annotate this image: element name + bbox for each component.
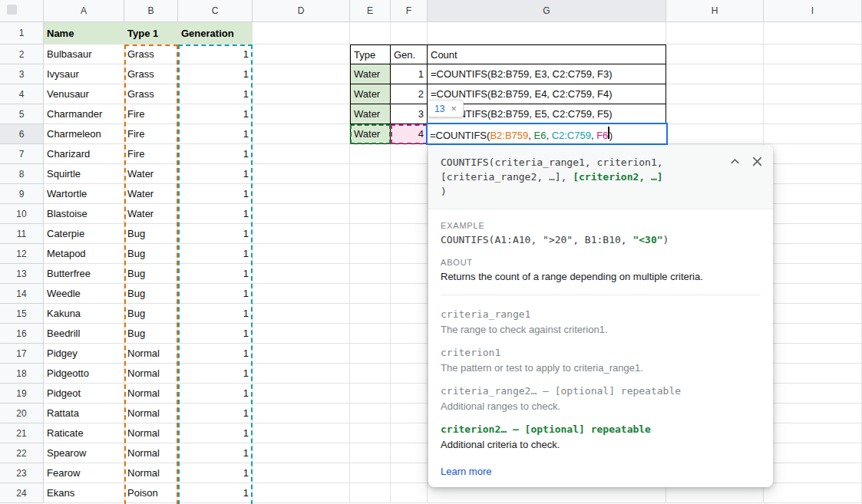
cell-C1[interactable]: Generation (178, 22, 253, 44)
cell-I7[interactable] (764, 144, 862, 164)
col-header-D[interactable]: D (253, 0, 350, 22)
cell-F13[interactable] (391, 264, 428, 284)
cell-E18[interactable] (350, 364, 391, 384)
cell-B16[interactable]: Bug (124, 324, 178, 344)
cell-C8[interactable]: 1 (178, 164, 253, 184)
row-header-1[interactable]: 1 (0, 22, 44, 44)
cell-I17[interactable] (764, 344, 862, 364)
row-header-16[interactable]: 16 (0, 324, 44, 344)
cell-A17[interactable]: Pidgey (44, 344, 124, 364)
cell-D7[interactable] (253, 144, 350, 164)
cell-E7[interactable] (350, 144, 391, 164)
cell-D12[interactable] (253, 244, 350, 264)
row-header-6[interactable]: 6 (0, 124, 44, 144)
cell-E16[interactable] (350, 324, 391, 344)
select-all-corner[interactable] (0, 0, 44, 22)
cell-I1[interactable] (764, 22, 862, 44)
row-header-13[interactable]: 13 (0, 264, 44, 284)
cell-B4[interactable]: Grass (124, 84, 178, 104)
cell-E12[interactable] (350, 244, 391, 264)
cell-A5[interactable]: Charmander (44, 104, 124, 124)
cell-H2[interactable] (666, 44, 764, 64)
cell-I8[interactable] (764, 164, 862, 184)
cell-E8[interactable] (350, 164, 391, 184)
cell-B19[interactable]: Normal (124, 384, 178, 404)
cell-I10[interactable] (764, 204, 862, 224)
cell-C22[interactable]: 1 (178, 443, 253, 463)
cell-A20[interactable]: Rattata (44, 404, 124, 423)
row-header-21[interactable]: 21 (0, 423, 44, 443)
cell-A24[interactable]: Ekans (44, 483, 124, 503)
cell-A15[interactable]: Kakuna (44, 304, 124, 324)
row-header-9[interactable]: 9 (0, 184, 44, 204)
cell-B20[interactable]: Normal (124, 404, 178, 423)
cell-H3[interactable] (666, 64, 764, 84)
cell-D23[interactable] (253, 463, 350, 483)
cell-D21[interactable] (253, 423, 350, 443)
cell-C18[interactable]: 1 (178, 364, 253, 384)
cell-I19[interactable] (764, 384, 862, 404)
cell-I13[interactable] (764, 264, 862, 284)
cell-E2[interactable]: Type (350, 44, 391, 64)
cell-A13[interactable]: Butterfree (44, 264, 124, 284)
close-icon[interactable] (751, 155, 764, 168)
cell-A3[interactable]: Ivysaur (44, 64, 124, 84)
cell-I9[interactable] (764, 184, 862, 204)
row-header-22[interactable]: 22 (0, 443, 44, 463)
cell-F10[interactable] (391, 204, 428, 224)
cell-H4[interactable] (666, 84, 764, 104)
cell-F3[interactable]: 1 (391, 64, 428, 84)
cell-F21[interactable] (391, 423, 428, 443)
cell-I11[interactable] (764, 224, 862, 244)
cell-I20[interactable] (764, 404, 862, 423)
col-header-E[interactable]: E (350, 0, 391, 22)
row-header-20[interactable]: 20 (0, 404, 44, 423)
row-header-3[interactable]: 3 (0, 64, 44, 84)
cell-A10[interactable]: Blastoise (44, 204, 124, 224)
cell-H6[interactable] (666, 124, 764, 144)
cell-E4[interactable]: Water (350, 84, 391, 104)
cell-B8[interactable]: Water (124, 164, 178, 184)
cell-G3[interactable]: =COUNTIFS(B2:B759, E3, C2:C759, F3) (428, 64, 666, 84)
cell-A12[interactable]: Metapod (44, 244, 124, 264)
cell-D8[interactable] (253, 164, 350, 184)
row-header-11[interactable]: 11 (0, 224, 44, 244)
cell-E13[interactable] (350, 264, 391, 284)
row-header-4[interactable]: 4 (0, 84, 44, 104)
cell-H1[interactable] (666, 22, 764, 44)
cell-F2[interactable]: Gen. (391, 44, 428, 64)
cell-E22[interactable] (350, 443, 391, 463)
cell-B1[interactable]: Type 1 (124, 22, 178, 44)
col-header-G[interactable]: G (428, 0, 666, 22)
cell-D2[interactable] (253, 44, 350, 64)
row-header-23[interactable]: 23 (0, 463, 44, 483)
row-header-2[interactable]: 2 (0, 44, 44, 64)
cell-C19[interactable]: 1 (178, 384, 253, 404)
row-header-19[interactable]: 19 (0, 384, 44, 404)
cell-B17[interactable]: Normal (124, 344, 178, 364)
cell-B7[interactable]: Fire (124, 144, 178, 164)
cell-B3[interactable]: Grass (124, 64, 178, 84)
cell-D5[interactable] (253, 104, 350, 124)
cell-F12[interactable] (391, 244, 428, 264)
col-header-A[interactable]: A (44, 0, 124, 22)
cell-C15[interactable]: 1 (178, 304, 253, 324)
cell-E11[interactable] (350, 224, 391, 244)
cell-G2[interactable]: Count (428, 44, 666, 64)
cell-C9[interactable]: 1 (178, 184, 253, 204)
cell-D24[interactable] (253, 483, 350, 503)
cell-E1[interactable] (350, 22, 391, 44)
cell-C3[interactable]: 1 (178, 64, 253, 84)
cell-B12[interactable]: Bug (124, 244, 178, 264)
cell-E14[interactable] (350, 284, 391, 304)
collapse-icon[interactable] (729, 156, 741, 167)
cell-I5[interactable] (764, 104, 862, 124)
cell-C12[interactable]: 1 (178, 244, 253, 264)
cell-A11[interactable]: Caterpie (44, 224, 124, 244)
cell-A1[interactable]: Name (44, 22, 124, 44)
cell-B23[interactable]: Normal (124, 463, 178, 483)
row-header-18[interactable]: 18 (0, 364, 44, 384)
cell-I15[interactable] (764, 304, 862, 324)
cell-E3[interactable]: Water (350, 64, 391, 84)
cell-F19[interactable] (391, 384, 428, 404)
